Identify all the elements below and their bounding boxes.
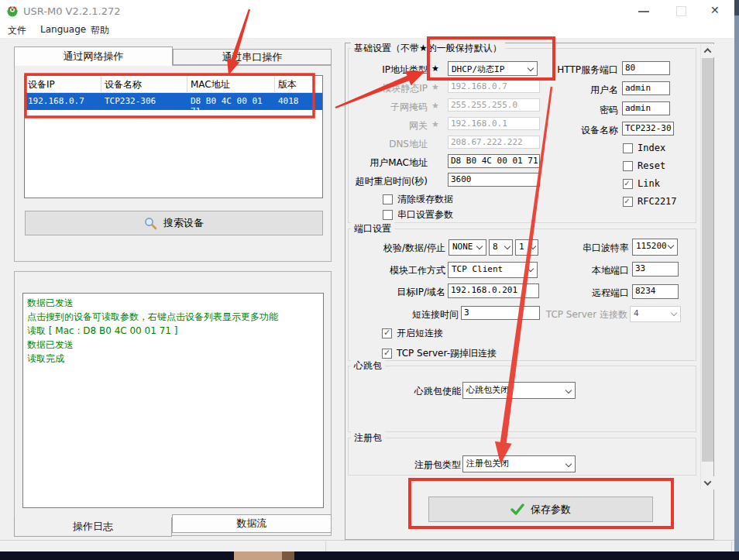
password-field[interactable]: admin	[622, 101, 670, 115]
checkbox-box	[623, 197, 633, 207]
status-divider	[731, 541, 732, 551]
menu-file[interactable]: 文件	[8, 24, 26, 37]
menu-bar: 文件 Language 帮助	[0, 22, 734, 39]
kick-old-conn-checkbox[interactable]: TCP Server-踢掉旧连接	[382, 347, 497, 360]
app-window: USR-M0 V2.2.1.272 ✕ 文件 Language 帮助 通过网络操…	[0, 0, 739, 560]
checkbox-box	[623, 161, 633, 171]
parity-data-stop-label: 校验/数据/停止	[290, 242, 445, 255]
desktop-edge	[0, 551, 739, 560]
scrollbar-down-button[interactable]	[701, 476, 714, 490]
checkbox-box	[383, 194, 393, 204]
chevron-down-icon	[668, 242, 674, 249]
reset-checkbox[interactable]: Reset	[623, 160, 665, 171]
password-label: 密码	[463, 104, 618, 117]
device-name-label: 设备名称	[463, 124, 618, 137]
rfc2217-checkbox[interactable]: RFC2217	[623, 196, 677, 207]
tab-network-operate[interactable]: 通过网络操作	[14, 46, 173, 66]
ip-type-label: IP地址类型	[273, 64, 428, 77]
index-checkbox[interactable]: Index	[623, 143, 665, 153]
heartbeat-group: 心跳包	[348, 366, 696, 432]
chevron-down-icon	[704, 478, 712, 486]
desktop-edge	[234, 551, 282, 560]
dns-field[interactable]: 208.67.222.222	[448, 136, 540, 149]
register-type-value: 注册包关闭	[466, 459, 509, 469]
chevron-down-icon	[565, 461, 572, 467]
local-port-field[interactable]: 33	[632, 262, 679, 277]
link-checkbox[interactable]: Link	[623, 178, 660, 189]
search-icon	[144, 217, 157, 230]
static-ip-label: 模块静态IP	[273, 82, 428, 95]
chevron-down-icon	[671, 310, 677, 316]
settings-scrollbar[interactable]	[700, 44, 713, 490]
index-label: Index	[638, 143, 665, 153]
remote-port-field[interactable]: 8234	[632, 284, 679, 299]
clear-cache-label: 清除缓存数据	[397, 193, 453, 206]
baud-rate-label: 串口波特率	[474, 242, 629, 255]
maximize-button[interactable]	[676, 6, 686, 16]
tab-data-stream[interactable]: 数据流	[172, 514, 332, 533]
chevron-up-icon	[704, 48, 712, 56]
status-divider	[325, 541, 326, 551]
checkbox-box	[383, 210, 393, 220]
device-name-field[interactable]: TCP232-30	[622, 122, 674, 136]
remote-port-label: 远程端口	[474, 287, 629, 300]
scrollbar-thumb[interactable]	[702, 58, 713, 462]
clear-cache-checkbox[interactable]: 清除缓存数据	[383, 193, 453, 206]
user-mac-field[interactable]: D8 B0 4C 00 01 71	[448, 154, 540, 168]
save-params-button[interactable]: 保存参数	[428, 496, 653, 522]
col-device-ip[interactable]: 设备IP	[25, 76, 101, 92]
required-star: ★	[431, 82, 439, 92]
log-line: 读取 [ Mac : D8 B0 4C 00 01 71 ]	[27, 324, 319, 338]
col-mac[interactable]: MAC地址	[187, 76, 275, 92]
heartbeat-enable-select[interactable]: 心跳包关闭	[462, 382, 576, 399]
short-conn-time-label: 短连接时间	[304, 308, 459, 321]
user-mac-label: 用户MAC地址	[273, 156, 428, 170]
port-settings-title: 端口设置	[351, 222, 394, 235]
register-title: 注册包	[351, 431, 385, 445]
green-check-icon	[510, 503, 524, 515]
chevron-down-icon	[565, 387, 572, 393]
window-title: USR-M0 V2.2.1.272	[23, 5, 121, 17]
checkbox-box	[623, 143, 633, 153]
gateway-label: 网关	[273, 119, 428, 132]
timeout-restart-field[interactable]: 3600	[448, 173, 540, 187]
log-line: 读取完成	[27, 352, 319, 366]
serial-param-checkbox[interactable]: 串口设置参数	[383, 208, 453, 222]
username-field[interactable]: admin	[622, 81, 670, 95]
reset-label: Reset	[638, 160, 665, 171]
register-type-select[interactable]: 注册包关闭	[462, 455, 576, 472]
baud-rate-select[interactable]: 115200	[632, 239, 678, 256]
menu-help[interactable]: 帮助	[91, 24, 109, 37]
device-name: TCP232-306	[101, 93, 187, 110]
desktop-edge	[734, 0, 739, 560]
title-bar: USR-M0 V2.2.1.272 ✕	[0, 0, 734, 22]
local-port-label: 本地端口	[474, 264, 629, 277]
checkbox-box	[382, 349, 392, 359]
col-device-name[interactable]: 设备名称	[101, 76, 187, 92]
short-conn-enable-label: 开启短连接	[397, 327, 443, 340]
subnet-mask-label: 子网掩码	[273, 101, 428, 114]
http-port-field[interactable]: 80	[622, 61, 670, 75]
search-device-button[interactable]: 搜索设备	[25, 211, 323, 235]
kick-old-conn-label: TCP Server-踢掉旧连接	[397, 347, 497, 360]
tab-operation-log[interactable]: 操作日志	[14, 517, 172, 537]
tcp-conn-count-label: TCP Server 连接数	[473, 308, 627, 321]
tcp-conn-count-select[interactable]: 4	[630, 306, 681, 322]
desktop-edge	[282, 551, 294, 560]
required-star: ★	[431, 119, 439, 129]
scrollbar-up-button[interactable]	[701, 44, 714, 57]
device-ip: 192.168.0.7	[25, 93, 101, 110]
menu-language[interactable]: Language	[40, 24, 86, 35]
http-port-label: HTTP服务端口	[463, 64, 618, 77]
parity-value: NONE	[452, 242, 473, 252]
search-device-label: 搜索设备	[163, 216, 204, 230]
timeout-restart-label: 超时重启时间(秒)	[273, 175, 428, 188]
log-area[interactable]: 数据已发送 点击搜到的设备可读取参数，右键点击设备列表显示更多功能 读取 [ M…	[22, 293, 324, 508]
tab-serial-operate[interactable]: 通过串口操作	[173, 49, 332, 65]
rfc2217-label: RFC2217	[638, 196, 677, 207]
short-conn-enable-checkbox[interactable]: 开启短连接	[382, 327, 443, 340]
device-mac: D8 B0 4C 00 01 71	[187, 93, 275, 110]
minimize-button[interactable]	[638, 11, 649, 12]
close-button[interactable]: ✕	[710, 4, 720, 16]
tcp-conn-count-value: 4	[634, 308, 639, 318]
